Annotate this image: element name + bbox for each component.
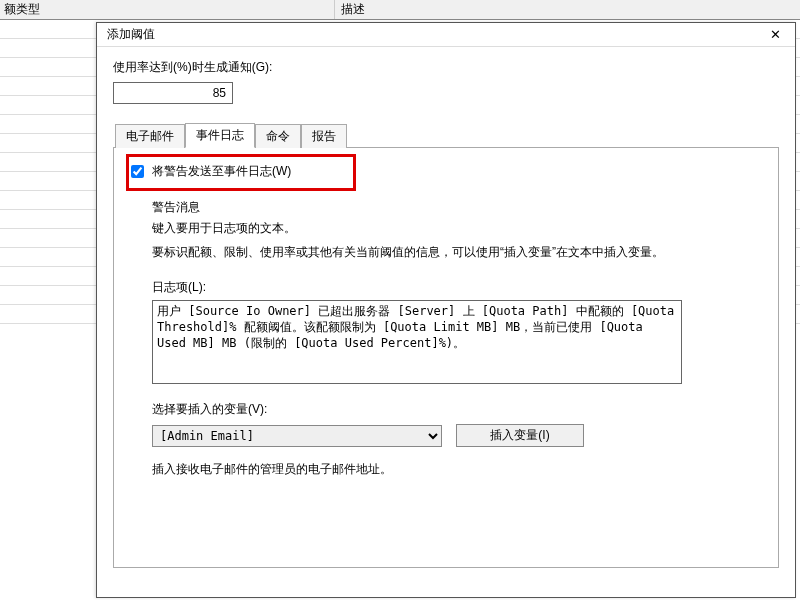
tab-command[interactable]: 命令 xyxy=(255,124,301,148)
close-icon: ✕ xyxy=(770,27,781,42)
log-entry-label: 日志项(L): xyxy=(152,279,764,296)
variable-hint: 插入接收电子邮件的管理员的电子邮件地址。 xyxy=(152,461,764,478)
send-to-eventlog-checkbox[interactable]: 将警告发送至事件日志(W) xyxy=(131,161,291,182)
usage-percent-input[interactable] xyxy=(113,82,233,104)
insert-variable-button[interactable]: 插入变量(I) xyxy=(456,424,584,447)
warning-message-desc2: 要标识配额、限制、使用率或其他有关当前阈值的信息，可以使用“插入变量”在文本中插… xyxy=(152,243,764,261)
close-button[interactable]: ✕ xyxy=(757,24,793,46)
variable-insert-row: [Admin Email] 插入变量(I) xyxy=(152,424,764,447)
tabstrip: 电子邮件 事件日志 命令 报告 xyxy=(113,122,779,148)
send-to-eventlog-label: 将警告发送至事件日志(W) xyxy=(152,163,291,180)
warning-message-title: 警告消息 xyxy=(152,199,764,216)
tab-event-log[interactable]: 事件日志 xyxy=(185,123,255,148)
column-header-description[interactable]: 描述 xyxy=(335,1,365,18)
dialog-title: 添加阈值 xyxy=(107,26,155,43)
table-header: 额类型 描述 xyxy=(0,0,800,20)
tab-email[interactable]: 电子邮件 xyxy=(115,124,185,148)
column-header-type[interactable]: 额类型 xyxy=(0,0,335,19)
warning-message-desc1: 键入要用于日志项的文本。 xyxy=(152,220,764,237)
send-to-eventlog-input[interactable] xyxy=(131,165,144,178)
dialog-body: 使用率达到(%)时生成通知(G): 电子邮件 事件日志 命令 报告 将警告发送至… xyxy=(97,47,795,576)
warning-message-group: 警告消息 键入要用于日志项的文本。 要标识配额、限制、使用率或其他有关当前阈值的… xyxy=(152,199,764,478)
tab-report[interactable]: 报告 xyxy=(301,124,347,148)
add-threshold-dialog: 添加阈值 ✕ 使用率达到(%)时生成通知(G): 电子邮件 事件日志 命令 报告… xyxy=(96,22,796,598)
tab-panel-event-log: 将警告发送至事件日志(W) 警告消息 键入要用于日志项的文本。 要标识配额、限制… xyxy=(113,148,779,568)
select-variable-label: 选择要插入的变量(V): xyxy=(152,401,764,418)
variable-select[interactable]: [Admin Email] xyxy=(152,425,442,447)
highlight-box: 将警告发送至事件日志(W) xyxy=(126,154,356,191)
dialog-titlebar[interactable]: 添加阈值 ✕ xyxy=(97,23,795,47)
log-entry-textarea[interactable]: 用户 [Source Io Owner] 已超出服务器 [Server] 上 [… xyxy=(152,300,682,384)
usage-label: 使用率达到(%)时生成通知(G): xyxy=(113,59,779,76)
